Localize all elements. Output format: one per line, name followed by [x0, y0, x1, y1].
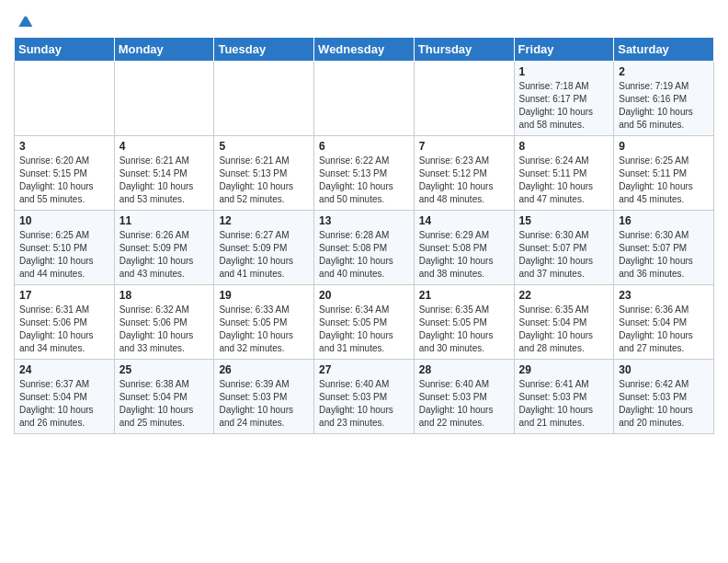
- day-number: 20: [319, 289, 409, 302]
- day-number: 17: [19, 289, 109, 302]
- day-number: 5: [219, 140, 309, 153]
- calendar-cell: 12Sunrise: 6:27 AM Sunset: 5:09 PM Dayli…: [214, 211, 314, 285]
- day-info: Sunrise: 6:37 AM Sunset: 5:04 PM Dayligh…: [19, 378, 109, 430]
- weekday-row: SundayMondayTuesdayWednesdayThursdayFrid…: [15, 38, 714, 62]
- day-info: Sunrise: 6:38 AM Sunset: 5:04 PM Dayligh…: [119, 378, 210, 430]
- day-info: Sunrise: 6:26 AM Sunset: 5:09 PM Dayligh…: [119, 229, 210, 281]
- calendar-cell: 28Sunrise: 6:40 AM Sunset: 5:03 PM Dayli…: [414, 360, 514, 434]
- calendar-cell: 18Sunrise: 6:32 AM Sunset: 5:06 PM Dayli…: [114, 285, 214, 360]
- day-number: 24: [19, 363, 109, 376]
- day-number: 10: [19, 214, 109, 227]
- calendar-cell: 19Sunrise: 6:33 AM Sunset: 5:05 PM Dayli…: [214, 285, 314, 360]
- day-number: 7: [419, 140, 509, 153]
- day-number: 28: [419, 363, 509, 376]
- calendar-cell: 21Sunrise: 6:35 AM Sunset: 5:05 PM Dayli…: [414, 285, 514, 360]
- day-info: Sunrise: 6:35 AM Sunset: 5:04 PM Dayligh…: [519, 304, 609, 355]
- logo-icon: [16, 13, 34, 31]
- day-number: 30: [619, 363, 709, 376]
- day-number: 19: [219, 289, 309, 302]
- logo: [14, 13, 34, 31]
- calendar-cell: 1Sunrise: 7:18 AM Sunset: 6:17 PM Daylig…: [514, 62, 614, 136]
- calendar-cell: 7Sunrise: 6:23 AM Sunset: 5:12 PM Daylig…: [414, 136, 514, 211]
- day-number: 6: [319, 140, 409, 153]
- calendar-cell: 14Sunrise: 6:29 AM Sunset: 5:08 PM Dayli…: [414, 211, 514, 285]
- day-info: Sunrise: 6:23 AM Sunset: 5:12 PM Dayligh…: [419, 155, 509, 206]
- calendar-cell: [15, 62, 115, 136]
- day-info: Sunrise: 6:30 AM Sunset: 5:07 PM Dayligh…: [519, 229, 609, 281]
- calendar-week-1: 3Sunrise: 6:20 AM Sunset: 5:15 PM Daylig…: [15, 136, 714, 211]
- day-number: 21: [419, 289, 509, 302]
- calendar-week-3: 17Sunrise: 6:31 AM Sunset: 5:06 PM Dayli…: [15, 285, 714, 360]
- weekday-header-tuesday: Tuesday: [214, 38, 314, 62]
- calendar-cell: 17Sunrise: 6:31 AM Sunset: 5:06 PM Dayli…: [15, 285, 115, 360]
- calendar-cell: 22Sunrise: 6:35 AM Sunset: 5:04 PM Dayli…: [514, 285, 614, 360]
- day-number: 11: [119, 214, 210, 227]
- calendar-cell: [214, 62, 314, 136]
- day-info: Sunrise: 6:39 AM Sunset: 5:03 PM Dayligh…: [219, 378, 309, 430]
- calendar-cell: [114, 62, 214, 136]
- day-number: 16: [619, 214, 709, 227]
- day-info: Sunrise: 6:24 AM Sunset: 5:11 PM Dayligh…: [519, 155, 609, 206]
- calendar-week-0: 1Sunrise: 7:18 AM Sunset: 6:17 PM Daylig…: [15, 62, 714, 136]
- calendar-cell: 9Sunrise: 6:25 AM Sunset: 5:11 PM Daylig…: [614, 136, 714, 211]
- day-number: 1: [519, 65, 609, 78]
- calendar-cell: 2Sunrise: 7:19 AM Sunset: 6:16 PM Daylig…: [614, 62, 714, 136]
- day-number: 13: [319, 214, 409, 227]
- day-number: 14: [419, 214, 509, 227]
- day-number: 9: [619, 140, 709, 153]
- day-info: Sunrise: 6:25 AM Sunset: 5:10 PM Dayligh…: [19, 229, 109, 281]
- calendar-week-2: 10Sunrise: 6:25 AM Sunset: 5:10 PM Dayli…: [15, 211, 714, 285]
- day-info: Sunrise: 6:42 AM Sunset: 5:03 PM Dayligh…: [619, 378, 709, 430]
- calendar-cell: 30Sunrise: 6:42 AM Sunset: 5:03 PM Dayli…: [614, 360, 714, 434]
- day-info: Sunrise: 6:21 AM Sunset: 5:13 PM Dayligh…: [219, 155, 309, 206]
- weekday-header-wednesday: Wednesday: [314, 38, 415, 62]
- calendar-cell: 6Sunrise: 6:22 AM Sunset: 5:13 PM Daylig…: [314, 136, 415, 211]
- day-info: Sunrise: 6:22 AM Sunset: 5:13 PM Dayligh…: [319, 155, 409, 206]
- calendar-cell: 10Sunrise: 6:25 AM Sunset: 5:10 PM Dayli…: [15, 211, 115, 285]
- day-number: 26: [219, 363, 309, 376]
- weekday-header-friday: Friday: [514, 38, 614, 62]
- day-info: Sunrise: 6:32 AM Sunset: 5:06 PM Dayligh…: [119, 304, 210, 355]
- day-number: 18: [119, 289, 210, 302]
- day-info: Sunrise: 6:27 AM Sunset: 5:09 PM Dayligh…: [219, 229, 309, 281]
- day-info: Sunrise: 6:28 AM Sunset: 5:08 PM Dayligh…: [319, 229, 409, 281]
- day-number: 15: [519, 214, 609, 227]
- calendar-cell: [414, 62, 514, 136]
- day-info: Sunrise: 6:35 AM Sunset: 5:05 PM Dayligh…: [419, 304, 509, 355]
- day-info: Sunrise: 6:21 AM Sunset: 5:14 PM Dayligh…: [119, 155, 210, 206]
- day-info: Sunrise: 7:19 AM Sunset: 6:16 PM Dayligh…: [619, 80, 709, 132]
- calendar-cell: 27Sunrise: 6:40 AM Sunset: 5:03 PM Dayli…: [314, 360, 415, 434]
- day-info: Sunrise: 6:20 AM Sunset: 5:15 PM Dayligh…: [19, 155, 109, 206]
- day-number: 25: [119, 363, 210, 376]
- day-info: Sunrise: 6:34 AM Sunset: 5:05 PM Dayligh…: [319, 304, 409, 355]
- day-number: 2: [619, 65, 709, 78]
- calendar-week-4: 24Sunrise: 6:37 AM Sunset: 5:04 PM Dayli…: [15, 360, 714, 434]
- day-number: 27: [319, 363, 409, 376]
- calendar-header: SundayMondayTuesdayWednesdayThursdayFrid…: [15, 38, 714, 62]
- calendar-cell: 29Sunrise: 6:41 AM Sunset: 5:03 PM Dayli…: [514, 360, 614, 434]
- calendar-cell: 20Sunrise: 6:34 AM Sunset: 5:05 PM Dayli…: [314, 285, 415, 360]
- day-info: Sunrise: 6:29 AM Sunset: 5:08 PM Dayligh…: [419, 229, 509, 281]
- day-info: Sunrise: 6:41 AM Sunset: 5:03 PM Dayligh…: [519, 378, 609, 430]
- day-number: 4: [119, 140, 210, 153]
- day-info: Sunrise: 6:30 AM Sunset: 5:07 PM Dayligh…: [619, 229, 709, 281]
- calendar-cell: 4Sunrise: 6:21 AM Sunset: 5:14 PM Daylig…: [114, 136, 214, 211]
- calendar-cell: 15Sunrise: 6:30 AM Sunset: 5:07 PM Dayli…: [514, 211, 614, 285]
- calendar-cell: 26Sunrise: 6:39 AM Sunset: 5:03 PM Dayli…: [214, 360, 314, 434]
- day-info: Sunrise: 6:25 AM Sunset: 5:11 PM Dayligh…: [619, 155, 709, 206]
- day-info: Sunrise: 6:31 AM Sunset: 5:06 PM Dayligh…: [19, 304, 109, 355]
- day-info: Sunrise: 6:36 AM Sunset: 5:04 PM Dayligh…: [619, 304, 709, 355]
- calendar-table: SundayMondayTuesdayWednesdayThursdayFrid…: [14, 37, 714, 434]
- calendar-cell: 8Sunrise: 6:24 AM Sunset: 5:11 PM Daylig…: [514, 136, 614, 211]
- day-info: Sunrise: 7:18 AM Sunset: 6:17 PM Dayligh…: [519, 80, 609, 132]
- day-number: 8: [519, 140, 609, 153]
- calendar-cell: 5Sunrise: 6:21 AM Sunset: 5:13 PM Daylig…: [214, 136, 314, 211]
- calendar-cell: [314, 62, 415, 136]
- day-number: 29: [519, 363, 609, 376]
- weekday-header-sunday: Sunday: [15, 38, 115, 62]
- day-number: 3: [19, 140, 109, 153]
- weekday-header-thursday: Thursday: [414, 38, 514, 62]
- calendar-body: 1Sunrise: 7:18 AM Sunset: 6:17 PM Daylig…: [15, 62, 714, 434]
- calendar-cell: 13Sunrise: 6:28 AM Sunset: 5:08 PM Dayli…: [314, 211, 415, 285]
- calendar-cell: 16Sunrise: 6:30 AM Sunset: 5:07 PM Dayli…: [614, 211, 714, 285]
